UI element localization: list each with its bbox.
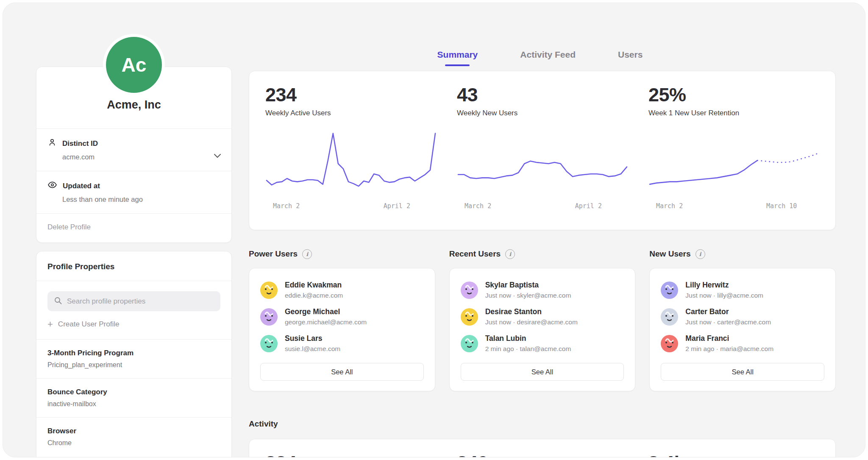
search-input[interactable] xyxy=(67,297,214,306)
user-name: Eddie Kwakman xyxy=(285,281,343,290)
stat-weekly-active-users: 234 Weekly Active Users March 2 April 2 xyxy=(265,84,437,221)
plus-icon: + xyxy=(47,320,53,329)
stat-value: 234 xyxy=(265,84,437,106)
create-user-profile-button[interactable]: + Create User Profile xyxy=(47,320,220,329)
property-value: inactive-mailbox xyxy=(47,400,220,408)
user-detail: susie.l@acme.com xyxy=(285,345,340,353)
activity-stat: 234 xyxy=(265,452,437,457)
section-title: Recent Users xyxy=(449,249,501,259)
user-list-card: Eddie Kwakman eddie.k@acme.com George Mi… xyxy=(249,268,435,391)
property-row[interactable]: Browser Chrome xyxy=(36,418,231,456)
property-value: Chrome xyxy=(47,439,220,447)
user-name: Desirae Stanton xyxy=(485,307,578,316)
section-heading: Recent Users i xyxy=(449,248,636,260)
x-tick: April 2 xyxy=(575,202,602,210)
x-axis: March 2 April 2 xyxy=(265,202,437,212)
user-section: Power Users i Eddie Kwakman eddie.k@acme… xyxy=(249,248,435,391)
user-detail: Just now · carter@acme.com xyxy=(685,318,771,326)
avatar xyxy=(260,335,278,352)
user-name: Susie Lars xyxy=(285,334,340,343)
user-row[interactable]: Maria Franci 2 min ago · maria@acme.com xyxy=(661,334,824,353)
company-initials: Ac xyxy=(122,53,147,76)
info-icon[interactable]: i xyxy=(505,249,515,259)
activity-card: 234 240 3.4k xyxy=(249,439,836,457)
user-row[interactable]: Lilly Herwitz Just now · lilly@acme.com xyxy=(661,281,824,299)
stat-value: 25% xyxy=(648,84,819,106)
stat-week1-retention: 25% Week 1 New User Retention March 2 Ma… xyxy=(648,84,819,221)
activity-stat: 3.4k xyxy=(648,452,819,457)
property-value: Pricing_plan_experiment xyxy=(47,361,220,369)
avatar xyxy=(461,335,478,352)
property-row[interactable]: 3-Month Pricing Program Pricing_plan_exp… xyxy=(36,340,231,378)
user-sections-row: Power Users i Eddie Kwakman eddie.k@acme… xyxy=(249,248,836,391)
see-all-button[interactable]: See All xyxy=(661,363,824,381)
section-heading: New Users i xyxy=(649,248,836,260)
avatar xyxy=(661,335,678,352)
stat-weekly-new-users: 43 Weekly New Users March 2 April 2 xyxy=(457,84,628,221)
company-avatar: Ac xyxy=(106,37,162,93)
user-row[interactable]: George Michael george.michael@acme.com xyxy=(260,307,424,326)
stat-label: Weekly Active Users xyxy=(265,109,437,117)
field-value: acme.com xyxy=(62,153,220,161)
user-detail: Just now · skyler@acme.com xyxy=(485,292,571,299)
avatar xyxy=(661,308,678,326)
user-section: New Users i Lilly Herwitz Just now · lil… xyxy=(649,248,836,391)
property-name: Browser xyxy=(47,427,220,435)
tab-summary[interactable]: Summary xyxy=(437,50,478,66)
see-all-button[interactable]: See All xyxy=(461,363,624,381)
summary-card: 234 Weekly Active Users March 2 April 2 … xyxy=(249,71,836,230)
user-row[interactable]: Skylar Baptista Just now · skyler@acme.c… xyxy=(461,281,624,299)
avatar xyxy=(260,308,278,326)
section-title: New Users xyxy=(649,249,690,259)
profile-properties-search[interactable] xyxy=(47,291,220,311)
x-tick: March 2 xyxy=(273,202,300,210)
field-label: Distinct ID xyxy=(62,139,98,148)
x-tick: March 2 xyxy=(656,202,683,210)
section-title: Power Users xyxy=(249,249,298,259)
weekly-active-users-sparkline xyxy=(265,130,437,197)
user-row[interactable]: Desirae Stanton Just now · desirare@acme… xyxy=(461,307,624,326)
info-icon[interactable]: i xyxy=(302,249,312,259)
divider xyxy=(36,281,231,281)
chevron-down-icon[interactable] xyxy=(214,153,221,160)
profile-properties-title: Profile Properties xyxy=(36,251,231,281)
user-row[interactable]: Carter Bator Just now · carter@acme.com xyxy=(661,307,824,326)
search-icon xyxy=(54,296,62,307)
user-section: Recent Users i Skylar Baptista Just now … xyxy=(449,248,636,391)
user-detail: eddie.k@acme.com xyxy=(285,292,343,299)
stat-label: Week 1 New User Retention xyxy=(648,109,819,117)
activity-heading: Activity xyxy=(249,419,278,429)
user-row[interactable]: Talan Lubin 2 min ago · talan@acme.com xyxy=(461,334,624,353)
tab-activity-feed[interactable]: Activity Feed xyxy=(520,50,576,66)
tab-users[interactable]: Users xyxy=(618,50,643,66)
user-list-card: Lilly Herwitz Just now · lilly@acme.com … xyxy=(649,268,836,391)
field-label: Updated at xyxy=(63,182,100,190)
user-detail: Just now · lilly@acme.com xyxy=(685,292,763,299)
user-detail: george.michael@acme.com xyxy=(285,318,367,326)
user-detail: 2 min ago · talan@acme.com xyxy=(485,345,571,353)
user-row[interactable]: Eddie Kwakman eddie.k@acme.com xyxy=(260,281,424,299)
updated-at-row: Updated at Less than one minute ago xyxy=(36,171,231,213)
property-row[interactable]: Bounce Category inactive-mailbox xyxy=(36,379,231,417)
weekly-new-users-sparkline xyxy=(457,130,628,197)
profile-properties-card: Profile Properties + Create User Profile… xyxy=(36,251,232,457)
tab-bar: Summary Activity Feed Users xyxy=(245,50,835,66)
create-user-profile-label: Create User Profile xyxy=(58,320,120,329)
eye-icon xyxy=(47,180,57,192)
info-icon[interactable]: i xyxy=(696,249,705,259)
stat-label: Weekly New Users xyxy=(457,109,628,117)
x-tick: March 2 xyxy=(465,202,491,210)
user-list-card: Skylar Baptista Just now · skyler@acme.c… xyxy=(449,268,636,391)
delete-profile-button[interactable]: Delete Profile xyxy=(36,214,231,243)
see-all-button[interactable]: See All xyxy=(260,363,424,381)
field-value: Less than one minute ago xyxy=(62,195,220,204)
avatar xyxy=(661,282,678,299)
x-tick: April 2 xyxy=(384,202,410,210)
company-avatar-wrap: Ac xyxy=(36,37,232,93)
user-row[interactable]: Susie Lars susie.l@acme.com xyxy=(260,334,424,353)
person-icon xyxy=(47,138,57,149)
user-name: Lilly Herwitz xyxy=(685,281,763,290)
user-detail: Just now · desirare@acme.com xyxy=(485,318,578,326)
property-name: Bounce Category xyxy=(47,388,220,396)
x-tick: March 10 xyxy=(766,202,797,210)
